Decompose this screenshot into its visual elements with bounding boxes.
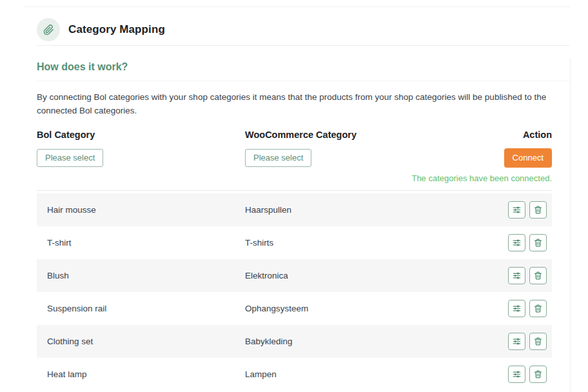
bol-category-cell: T-shirt bbox=[47, 238, 245, 248]
trash-icon bbox=[533, 369, 543, 379]
woo-category-cell: T-shirts bbox=[245, 238, 508, 248]
woo-category-cell: Lampen bbox=[245, 369, 508, 379]
mapping-row: Hair mousse Haarspullen bbox=[37, 193, 552, 226]
woo-category-cell: Babykleding bbox=[245, 337, 508, 346]
edit-mapping-button[interactable] bbox=[508, 234, 525, 251]
edit-mapping-button[interactable] bbox=[508, 333, 525, 350]
sliders-icon bbox=[512, 369, 522, 379]
bol-category-cell: Heat lamp bbox=[47, 369, 245, 379]
column-header-action: Action bbox=[523, 130, 552, 140]
row-actions bbox=[508, 201, 547, 219]
sliders-icon bbox=[512, 238, 522, 248]
trash-icon bbox=[533, 205, 543, 215]
mapping-rows: Hair mousse Haarspullen bbox=[37, 193, 552, 391]
row-actions bbox=[508, 366, 547, 383]
edit-mapping-button[interactable] bbox=[508, 366, 525, 383]
row-actions bbox=[508, 333, 547, 350]
mapping-row: T-shirt T-shirts bbox=[37, 226, 552, 259]
bol-category-cell: Clothing set bbox=[47, 337, 245, 346]
trash-icon bbox=[533, 304, 543, 313]
bol-category-cell: Hair mousse bbox=[47, 205, 245, 215]
delete-mapping-button[interactable] bbox=[529, 333, 547, 350]
page-title: Category Mapping bbox=[68, 23, 165, 36]
mapping-form-row: Please select Please select Connect bbox=[37, 148, 552, 168]
paperclip-icon bbox=[37, 18, 60, 41]
delete-mapping-button[interactable] bbox=[529, 300, 547, 317]
trash-icon bbox=[533, 238, 543, 248]
delete-mapping-button[interactable] bbox=[529, 234, 547, 251]
woocommerce-category-select[interactable]: Please select bbox=[245, 149, 311, 167]
bol-category-select[interactable]: Please select bbox=[37, 149, 103, 167]
woo-category-cell: Haarspullen bbox=[245, 205, 508, 215]
edit-mapping-button[interactable] bbox=[508, 300, 525, 317]
delete-mapping-button[interactable] bbox=[529, 366, 547, 383]
column-header-bol-category: Bol Category bbox=[37, 130, 245, 140]
column-header-woocommerce-category: WooCommerce Category bbox=[245, 130, 523, 140]
column-headers: Bol Category WooCommerce Category Action bbox=[37, 130, 552, 140]
panel-right-border bbox=[570, 58, 571, 392]
mapping-row: Suspension rail Ophangsysteem bbox=[37, 292, 552, 325]
row-actions bbox=[508, 267, 547, 284]
trash-icon bbox=[533, 337, 543, 346]
how-it-works-heading: How does it work? bbox=[37, 61, 570, 81]
sliders-icon bbox=[512, 337, 522, 346]
delete-mapping-button[interactable] bbox=[529, 267, 547, 284]
bol-category-cell: Suspension rail bbox=[47, 304, 245, 313]
sliders-icon bbox=[512, 205, 522, 215]
edit-mapping-button[interactable] bbox=[508, 201, 525, 219]
bol-category-cell: Blush bbox=[47, 271, 245, 280]
how-it-works-description: By connecting Bol categories with your s… bbox=[37, 90, 552, 117]
row-actions bbox=[508, 300, 547, 317]
sliders-icon bbox=[512, 304, 522, 313]
edit-mapping-button[interactable] bbox=[508, 267, 525, 284]
row-actions bbox=[508, 234, 547, 251]
woo-category-cell: Elektronica bbox=[245, 271, 508, 280]
mapping-row: Clothing set Babykleding bbox=[37, 325, 552, 358]
page-header: Category Mapping bbox=[37, 18, 570, 46]
status-message: The categories have been connected. bbox=[37, 173, 552, 191]
delete-mapping-button[interactable] bbox=[529, 201, 547, 219]
woo-category-cell: Ophangsysteem bbox=[245, 304, 508, 313]
category-mapping-panel: Category Mapping How does it work? By co… bbox=[37, 0, 552, 391]
connect-button[interactable]: Connect bbox=[504, 148, 552, 168]
mapping-row: Blush Elektronica bbox=[37, 259, 552, 292]
mapping-row: Heat lamp Lampen bbox=[37, 358, 552, 391]
sliders-icon bbox=[512, 271, 522, 280]
trash-icon bbox=[533, 271, 543, 280]
